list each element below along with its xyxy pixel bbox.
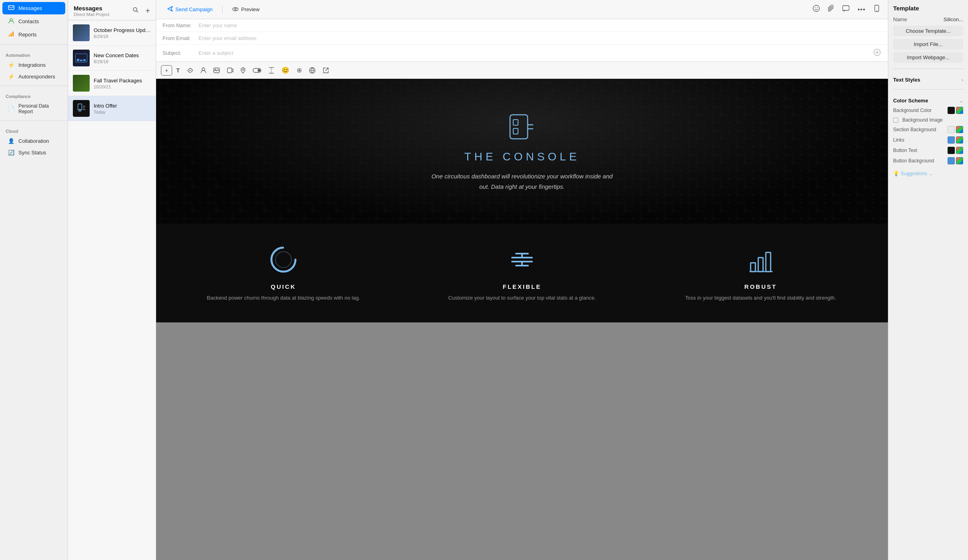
suggestions-row[interactable]: 💡 Suggestions ⌄ — [893, 171, 963, 176]
section-bg-label: Section Background — [893, 127, 936, 132]
device-preview-button[interactable] — [872, 3, 882, 16]
import-webpage-button[interactable]: Import Webpage... — [893, 52, 963, 63]
sidebar-item-reports[interactable]: Reports — [2, 28, 65, 41]
message-item-2[interactable]: Fall Travel Packages 10/20/21 — [68, 71, 156, 96]
sidebar-item-integrations[interactable]: ⚡ Integrations — [2, 60, 65, 70]
svg-point-13 — [235, 8, 236, 10]
bg-color-palette[interactable] — [956, 107, 963, 114]
integrations-icon: ⚡ — [8, 62, 14, 68]
add-button[interactable]: + — [145, 6, 151, 16]
collaboration-icon: 👤 — [8, 138, 14, 144]
svg-rect-60 — [766, 252, 771, 272]
sidebar-item-sync-status[interactable]: 🔄 Sync Status — [2, 147, 65, 158]
rp-name-label: Name — [893, 16, 907, 22]
msg-info-3: Intro Offer Today — [94, 103, 151, 114]
button-bg-swatch[interactable] — [948, 157, 955, 164]
messages-icon — [8, 4, 14, 12]
message-item-3[interactable]: Intro Offer Today — [68, 96, 156, 121]
msg-thumb-1 — [73, 50, 90, 66]
message-list-title-group: Messages Direct Mail Project — [74, 5, 109, 17]
add-block-button[interactable]: + — [161, 65, 172, 76]
attachment-button[interactable] — [826, 3, 836, 16]
button-text-palette[interactable] — [956, 147, 963, 154]
from-name-input[interactable] — [199, 22, 882, 28]
msg-date-3: Today — [94, 110, 151, 114]
sidebar-item-autoresponders[interactable]: ⚡ Autoresponders — [2, 71, 65, 82]
hero-title: THE CONSOLE — [464, 150, 580, 163]
sidebar-label-autoresponders: Autoresponders — [18, 74, 55, 80]
location-button[interactable] — [237, 65, 249, 76]
sidebar-item-messages[interactable]: Messages — [2, 2, 65, 14]
sidebar-item-personal-data[interactable]: 📄 Personal Data Report — [2, 101, 65, 117]
bg-image-checkbox[interactable] — [893, 118, 898, 123]
section-bg-swatches — [948, 126, 963, 133]
subject-add-button[interactable] — [873, 48, 882, 58]
feature-item-1: FLEXIBLE Customize your layout to surfac… — [407, 244, 637, 302]
preview-label: Preview — [241, 6, 259, 12]
links-swatch[interactable] — [948, 136, 955, 144]
background-image-row: Background Image — [893, 117, 963, 123]
web-button[interactable] — [306, 65, 319, 76]
svg-rect-2 — [9, 35, 10, 36]
suggestions-label: Suggestions — [901, 171, 927, 176]
right-panel: Template Name Silicon... Choose Template… — [888, 0, 968, 560]
toggle-button[interactable] — [249, 66, 265, 75]
template-pieces-button[interactable]: ⊕ — [293, 64, 305, 76]
button-bg-palette[interactable] — [956, 157, 963, 164]
emoji-content-button[interactable]: 😊 — [278, 64, 293, 76]
section-automation: Automation — [0, 48, 68, 59]
button-text-row: Button Text — [893, 147, 963, 154]
sidebar-item-contacts[interactable]: Contacts — [2, 15, 65, 28]
message-item-1[interactable]: New Concert Dates 8/29/18 — [68, 46, 156, 71]
choose-template-button[interactable]: Choose Template... — [893, 26, 963, 36]
links-label: Links — [893, 137, 904, 143]
search-button[interactable] — [132, 6, 140, 16]
svg-rect-26 — [227, 68, 232, 73]
message-item-0[interactable]: October Progress Update 8/29/18 — [68, 20, 156, 46]
bg-color-swatch[interactable] — [948, 107, 955, 114]
color-scheme-chevron: ⌄ — [959, 98, 963, 104]
button-bg-row: Button Background — [893, 157, 963, 164]
sidebar-item-collaboration[interactable]: 👤 Collaboration — [2, 136, 65, 146]
svg-rect-3 — [11, 33, 12, 36]
preview-button[interactable]: Preview — [227, 4, 264, 14]
more-button[interactable]: ••• — [856, 4, 867, 15]
from-name-field: From Name: — [156, 19, 888, 32]
image-button[interactable] — [210, 66, 223, 75]
feature-desc-2: Toss in your biggest datasets and you'll… — [685, 294, 836, 302]
svg-point-19 — [876, 10, 877, 11]
subject-label: Subject: — [163, 50, 199, 56]
button-text-swatch[interactable] — [948, 147, 955, 154]
subject-input[interactable] — [199, 50, 873, 56]
section-compliance: Compliance — [0, 89, 68, 100]
spacer-button[interactable] — [265, 65, 277, 76]
section-bg-palette[interactable] — [956, 126, 963, 133]
sidebar-label-collaboration: Collaboration — [18, 138, 49, 144]
external-link-button[interactable] — [319, 65, 332, 76]
svg-rect-46 — [513, 120, 518, 125]
import-file-button[interactable]: Import File... — [893, 39, 963, 50]
text-styles-header[interactable]: Text Styles › — [893, 77, 963, 83]
text-button[interactable]: T — [173, 65, 183, 76]
svg-point-12 — [233, 8, 238, 11]
reports-icon — [8, 31, 14, 38]
personal-data-icon: 📄 — [8, 106, 14, 112]
links-palette[interactable] — [956, 136, 963, 144]
emoji-button[interactable] — [811, 3, 821, 16]
sync-status-icon: 🔄 — [8, 150, 14, 156]
msg-info-0: October Progress Update 8/29/18 — [94, 27, 151, 39]
comment-button[interactable] — [841, 4, 851, 16]
button-text-swatches — [948, 147, 963, 154]
message-list-panel: Messages Direct Mail Project + Octobe — [68, 0, 156, 560]
video-button[interactable] — [224, 66, 237, 75]
color-scheme-header[interactable]: Color Scheme ⌄ — [893, 98, 963, 104]
person-button[interactable] — [197, 65, 209, 75]
composer-toolbar: Send Campaign Preview — [156, 0, 888, 19]
link-button[interactable] — [184, 66, 197, 75]
from-email-input[interactable] — [199, 35, 882, 41]
send-campaign-button[interactable]: Send Campaign — [163, 4, 217, 15]
section-bg-swatch[interactable] — [948, 126, 955, 133]
svg-point-29 — [258, 69, 261, 72]
sidebar-label-integrations: Integrations — [18, 62, 46, 68]
message-list-header: Messages Direct Mail Project + — [68, 0, 156, 20]
